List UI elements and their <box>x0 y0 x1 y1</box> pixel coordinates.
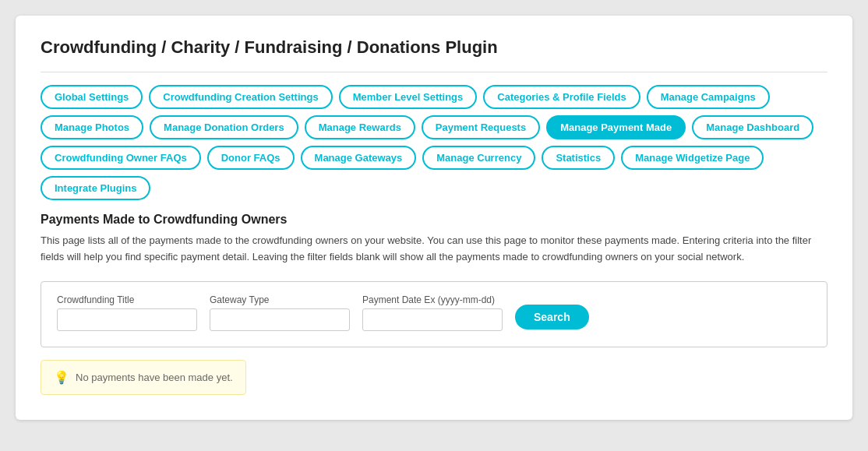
nav-btn-manage-gateways[interactable]: Manage Gateways <box>301 146 417 170</box>
filter-box: Crowdfunding Title Gateway Type Payment … <box>41 281 827 347</box>
payment-date-input[interactable] <box>362 308 503 331</box>
nav-btn-manage-widgetize-page[interactable]: Manage Widgetize Page <box>621 146 764 170</box>
nav-btn-global-settings[interactable]: Global Settings <box>41 85 143 109</box>
nav-btn-crowdfunding-creation-settings[interactable]: Crowdfunding Creation Settings <box>149 85 332 109</box>
bulb-icon: 💡 <box>54 370 69 385</box>
gateway-type-label: Gateway Type <box>210 294 350 305</box>
gateway-type-input[interactable] <box>210 308 350 331</box>
crowdfunding-title-label: Crowdfunding Title <box>57 294 197 305</box>
section-description: This page lists all of the payments made… <box>41 233 827 266</box>
nav-btn-manage-payment-made[interactable]: Manage Payment Made <box>546 115 686 139</box>
no-data-text: No payments have been made yet. <box>76 372 233 383</box>
gateway-type-field: Gateway Type <box>210 294 350 331</box>
nav-btn-donor-faqs[interactable]: Donor FAQs <box>207 146 295 170</box>
nav-btn-payment-requests[interactable]: Payment Requests <box>422 115 540 139</box>
crowdfunding-title-field: Crowdfunding Title <box>57 294 197 331</box>
nav-btn-manage-photos[interactable]: Manage Photos <box>41 115 143 139</box>
no-data-message: 💡 No payments have been made yet. <box>41 360 246 395</box>
main-card: Crowdfunding / Charity / Fundraising / D… <box>16 16 852 420</box>
nav-btn-integrate-plugins[interactable]: Integrate Plugins <box>41 176 150 200</box>
payment-date-label: Payment Date Ex (yyyy-mm-dd) <box>362 294 503 305</box>
divider <box>41 72 827 72</box>
crowdfunding-title-input[interactable] <box>57 308 197 331</box>
nav-btn-member-level-settings[interactable]: Member Level Settings <box>339 85 478 109</box>
nav-btn-manage-rewards[interactable]: Manage Rewards <box>305 115 415 139</box>
search-button[interactable]: Search <box>515 305 589 329</box>
nav-btn-statistics[interactable]: Statistics <box>542 146 615 170</box>
nav-btn-manage-dashboard[interactable]: Manage Dashboard <box>692 115 813 139</box>
nav-buttons: Global SettingsCrowdfunding Creation Set… <box>41 85 827 200</box>
page-title: Crowdfunding / Charity / Fundraising / D… <box>41 37 827 58</box>
nav-btn-crowdfunding-owner-faqs[interactable]: Crowdfunding Owner FAQs <box>41 146 201 170</box>
nav-btn-manage-donation-orders[interactable]: Manage Donation Orders <box>150 115 298 139</box>
nav-btn-categories--profile-fields[interactable]: Categories & Profile Fields <box>483 85 640 109</box>
payment-date-field: Payment Date Ex (yyyy-mm-dd) <box>362 294 503 331</box>
nav-btn-manage-currency[interactable]: Manage Currency <box>422 146 535 170</box>
section-title: Payments Made to Crowdfunding Owners <box>41 213 827 227</box>
nav-btn-manage-campaigns[interactable]: Manage Campaigns <box>647 85 770 109</box>
